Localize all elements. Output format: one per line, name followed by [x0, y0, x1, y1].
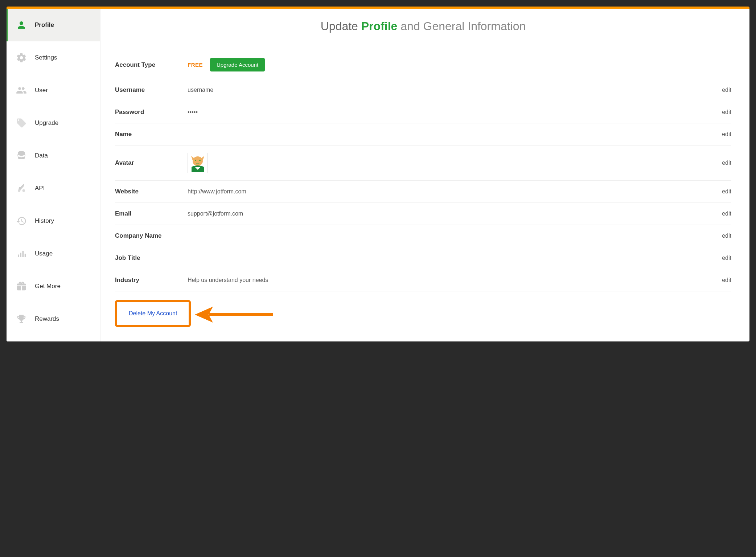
account-type-badge: FREE: [188, 62, 203, 68]
sidebar-item-label: User: [35, 87, 48, 94]
row-password: Password ••••• edit: [115, 101, 731, 123]
row-company: Company Name edit: [115, 225, 731, 247]
delete-account-link[interactable]: Delete My Account: [129, 310, 177, 316]
sidebar-item-data[interactable]: Data: [7, 139, 100, 172]
history-icon: [15, 214, 28, 228]
row-label: Website: [115, 188, 188, 195]
sidebar-item-label: History: [35, 217, 54, 225]
sidebar-item-label: Data: [35, 152, 48, 159]
trophy-icon: [15, 312, 28, 326]
row-industry: Industry Help us understand your needs e…: [115, 269, 731, 291]
sidebar-item-api[interactable]: API: [7, 172, 100, 205]
sidebar-item-rewards[interactable]: Rewards: [7, 303, 100, 335]
sidebar-item-user[interactable]: User: [7, 74, 100, 107]
sidebar-item-label: Usage: [35, 250, 53, 257]
row-value: username: [188, 87, 722, 93]
row-value: support@jotform.com: [188, 210, 722, 217]
row-label: Company Name: [115, 232, 188, 239]
row-label: Job Title: [115, 254, 188, 262]
page-title: Update Profile and General Information: [115, 20, 731, 33]
row-account-type: Account Type FREE Upgrade Account: [115, 51, 731, 79]
row-value: Help us understand your needs: [188, 277, 722, 283]
keys-icon: [15, 181, 28, 195]
svg-point-7: [199, 160, 201, 161]
annotation-arrow-icon: [191, 304, 275, 326]
edit-link[interactable]: edit: [722, 277, 731, 283]
row-username: Username username edit: [115, 79, 731, 101]
title-divider: [340, 42, 507, 42]
row-label: Username: [115, 86, 188, 94]
person-icon: [15, 18, 28, 32]
row-job-title: Job Title edit: [115, 247, 731, 269]
row-label: Account Type: [115, 61, 188, 69]
sidebar-item-label: Settings: [35, 54, 57, 61]
row-label: Avatar: [115, 159, 188, 167]
edit-link[interactable]: edit: [722, 233, 731, 239]
row-label: Industry: [115, 277, 188, 284]
gift-icon: [15, 279, 28, 293]
sidebar: Profile Settings User Upgrade Data API: [7, 9, 100, 341]
gears-icon: [15, 51, 28, 65]
main-content: Update Profile and General Information A…: [100, 9, 749, 341]
row-name: Name edit: [115, 123, 731, 146]
bars-icon: [15, 247, 28, 261]
users-icon: [15, 83, 28, 97]
edit-link[interactable]: edit: [722, 210, 731, 217]
sidebar-item-usage[interactable]: Usage: [7, 237, 100, 270]
sidebar-item-get-more[interactable]: Get More: [7, 270, 100, 303]
edit-link[interactable]: edit: [722, 188, 731, 195]
sidebar-item-profile[interactable]: Profile: [7, 9, 100, 41]
tag-icon: [15, 116, 28, 130]
row-label: Name: [115, 131, 188, 138]
svg-rect-1: [18, 255, 19, 258]
svg-rect-3: [22, 251, 24, 258]
sidebar-item-upgrade[interactable]: Upgrade: [7, 107, 100, 139]
sidebar-item-label: API: [35, 185, 45, 192]
sidebar-item-label: Profile: [35, 21, 54, 29]
edit-link[interactable]: edit: [722, 131, 731, 138]
upgrade-account-button[interactable]: Upgrade Account: [210, 58, 265, 71]
svg-rect-4: [25, 254, 26, 257]
sidebar-item-settings[interactable]: Settings: [7, 41, 100, 74]
edit-link[interactable]: edit: [722, 109, 731, 115]
sidebar-item-label: Get More: [35, 283, 61, 290]
row-website: Website http://www.jotform.com edit: [115, 181, 731, 203]
svg-rect-2: [20, 253, 21, 258]
avatar-image: [188, 153, 208, 173]
edit-link[interactable]: edit: [722, 87, 731, 93]
delete-account-highlight: Delete My Account: [115, 300, 191, 327]
svg-point-6: [195, 160, 196, 161]
row-email: Email support@jotform.com edit: [115, 203, 731, 225]
row-label: Password: [115, 108, 188, 116]
row-value: •••••: [188, 109, 722, 115]
sidebar-item-label: Rewards: [35, 315, 59, 323]
svg-point-5: [193, 156, 203, 166]
row-label: Email: [115, 210, 188, 217]
edit-link[interactable]: edit: [722, 160, 731, 166]
sidebar-item-label: Upgrade: [35, 119, 58, 127]
database-icon: [15, 149, 28, 163]
sidebar-item-history[interactable]: History: [7, 205, 100, 237]
row-value: http://www.jotform.com: [188, 188, 722, 195]
edit-link[interactable]: edit: [722, 255, 731, 261]
row-avatar: Avatar edit: [115, 146, 731, 181]
